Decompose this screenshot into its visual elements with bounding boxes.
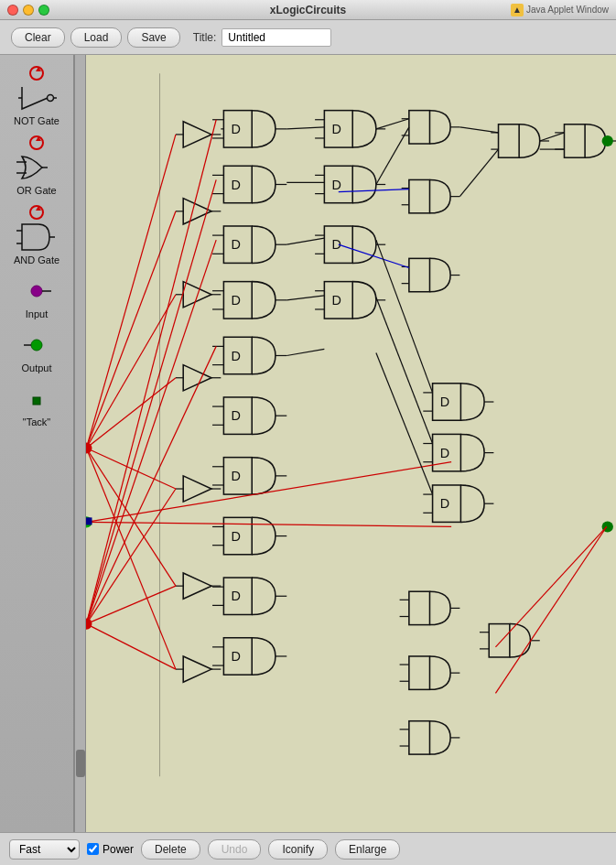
clear-button[interactable]: Clear bbox=[11, 27, 65, 48]
buffer-6[interactable] bbox=[176, 573, 221, 599]
svg-rect-131 bbox=[489, 624, 510, 657]
and-bottom-1[interactable] bbox=[400, 591, 460, 624]
svg-text:D: D bbox=[232, 529, 241, 544]
input-icon bbox=[14, 275, 59, 308]
delete-button[interactable]: Delete bbox=[141, 839, 200, 860]
or-gate-label: OR Gate bbox=[16, 185, 56, 196]
d3-gate-1[interactable]: D bbox=[423, 384, 493, 420]
scrollbar[interactable] bbox=[75, 55, 86, 832]
red-wire-3 bbox=[86, 295, 176, 449]
black-wire-2 bbox=[286, 127, 324, 129]
svg-marker-147 bbox=[183, 476, 211, 502]
and-gate-label: AND Gate bbox=[14, 254, 59, 265]
sidebar-item-output[interactable]: Output bbox=[2, 325, 71, 377]
d2-gate-1[interactable]: D bbox=[315, 111, 385, 147]
buffer-1[interactable] bbox=[176, 122, 221, 147]
d3-gate-3[interactable]: D bbox=[423, 485, 493, 522]
svg-text:D: D bbox=[232, 178, 241, 192]
sidebar-item-tack[interactable]: "Tack" bbox=[2, 379, 71, 431]
save-button[interactable]: Save bbox=[127, 27, 179, 48]
or-gate-icon bbox=[14, 151, 59, 184]
and-bottom-3[interactable] bbox=[400, 721, 460, 754]
title-input[interactable] bbox=[222, 28, 331, 47]
sidebar-item-not-gate[interactable]: NOT Gate bbox=[2, 62, 71, 130]
not-gate-reset-icon bbox=[29, 66, 44, 81]
speed-select[interactable]: Fastest Fast Medium Slow bbox=[9, 839, 80, 860]
d-gate-7[interactable]: D bbox=[212, 458, 286, 494]
buffer-5[interactable] bbox=[176, 476, 221, 502]
red-wire-13 bbox=[86, 179, 216, 623]
canvas-area[interactable]: D D D bbox=[75, 55, 616, 832]
close-button[interactable] bbox=[7, 5, 18, 16]
undo-button[interactable]: Undo bbox=[208, 839, 262, 860]
sidebar-item-or-gate[interactable]: OR Gate bbox=[2, 132, 71, 200]
tack-icon bbox=[14, 383, 59, 416]
svg-text:D: D bbox=[332, 122, 341, 136]
title-bar: xLogicCircuits ▲ Java Applet Window bbox=[0, 0, 616, 20]
d2-gate-4[interactable]: D bbox=[315, 282, 385, 319]
svg-text:D: D bbox=[232, 237, 241, 252]
and2-gate-2[interactable] bbox=[402, 179, 460, 212]
output-dot-1[interactable] bbox=[602, 135, 613, 146]
red-wire-10 bbox=[86, 624, 176, 670]
svg-rect-13 bbox=[33, 397, 40, 405]
svg-point-11 bbox=[31, 340, 42, 351]
circuit-canvas[interactable]: D D D bbox=[75, 55, 616, 832]
svg-text:D: D bbox=[232, 349, 241, 363]
svg-text:D: D bbox=[332, 293, 341, 308]
svg-text:D: D bbox=[440, 446, 449, 460]
d2-gate-3[interactable]: D bbox=[315, 226, 385, 263]
d-gate-10[interactable]: D bbox=[212, 638, 286, 675]
tack-label: "Tack" bbox=[23, 416, 50, 427]
and-bottom-2[interactable] bbox=[400, 656, 460, 689]
and-gate-reset-icon bbox=[29, 205, 44, 220]
minimize-button[interactable] bbox=[23, 5, 34, 16]
window-controls bbox=[7, 5, 49, 16]
red-wire-7 bbox=[86, 449, 176, 670]
black-wire-7 bbox=[459, 149, 498, 197]
svg-text:D: D bbox=[232, 589, 241, 603]
not-gate-label: NOT Gate bbox=[14, 115, 59, 126]
title-label: Title: bbox=[193, 31, 217, 44]
black-wire-12 bbox=[286, 349, 324, 355]
maximize-button[interactable] bbox=[38, 5, 49, 16]
d-gate-2[interactable]: D bbox=[212, 166, 286, 202]
and2-gate-1[interactable] bbox=[402, 111, 460, 144]
black-wire-8 bbox=[540, 133, 565, 141]
output-label: Output bbox=[21, 362, 51, 373]
d-gate-4[interactable]: D bbox=[212, 282, 286, 319]
svg-marker-150 bbox=[183, 573, 211, 599]
power-checkbox-label: Power bbox=[87, 843, 134, 856]
sidebar-item-and-gate[interactable]: AND Gate bbox=[2, 201, 71, 269]
svg-text:D: D bbox=[232, 649, 241, 664]
sidebar: NOT Gate OR Gate bbox=[0, 55, 75, 832]
d-gate-8[interactable]: D bbox=[212, 517, 286, 554]
d-gate-6[interactable]: D bbox=[212, 397, 286, 434]
buffer-4[interactable] bbox=[176, 365, 221, 391]
input-label: Input bbox=[26, 308, 48, 319]
red-wire-9 bbox=[86, 586, 176, 623]
svg-rect-99 bbox=[409, 111, 430, 144]
power-checkbox[interactable] bbox=[87, 843, 99, 855]
svg-marker-153 bbox=[183, 656, 211, 682]
main-area: NOT Gate OR Gate bbox=[0, 55, 616, 832]
sidebar-item-input[interactable]: Input bbox=[2, 271, 71, 323]
scroll-thumb[interactable] bbox=[76, 750, 85, 777]
red-wire-16 bbox=[86, 522, 451, 526]
enlarge-button[interactable]: Enlarge bbox=[335, 839, 400, 860]
load-button[interactable]: Load bbox=[70, 27, 123, 48]
svg-rect-103 bbox=[409, 179, 430, 212]
buffer-7[interactable] bbox=[176, 656, 221, 682]
svg-text:D: D bbox=[440, 395, 449, 409]
d-gate-5[interactable]: D bbox=[212, 337, 286, 373]
iconify-button[interactable]: Iconify bbox=[268, 839, 328, 860]
and2-gate-3[interactable] bbox=[402, 258, 460, 291]
d3-gate-2[interactable]: D bbox=[423, 434, 493, 470]
red-wire-17 bbox=[495, 526, 606, 646]
d2-gate-2[interactable]: D bbox=[315, 166, 385, 202]
blue-wire-2 bbox=[339, 244, 409, 267]
red-wire-18 bbox=[495, 526, 606, 693]
d-gate-3[interactable]: D bbox=[212, 226, 286, 263]
d-gate-9[interactable]: D bbox=[212, 578, 286, 614]
buffer-2[interactable] bbox=[176, 199, 221, 224]
